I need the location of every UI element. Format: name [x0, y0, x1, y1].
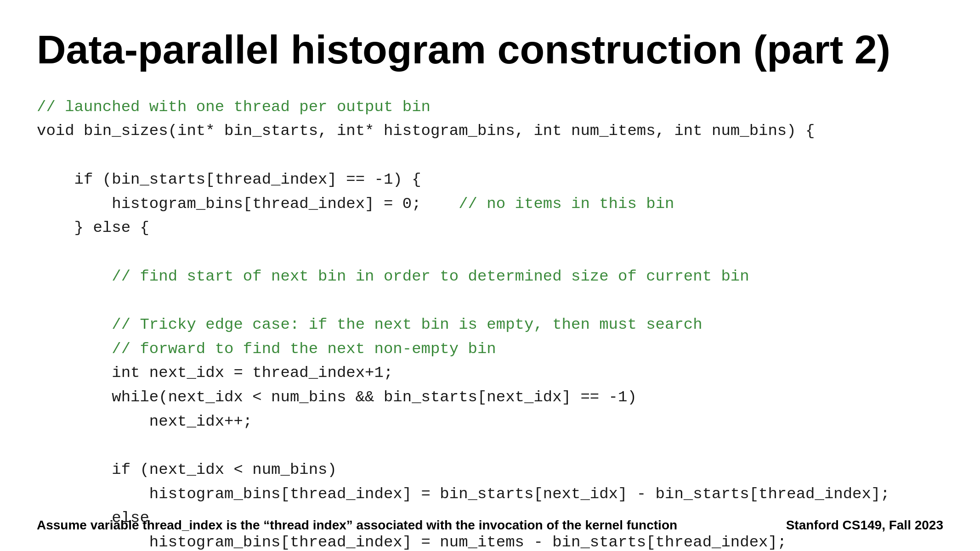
code-block: // launched with one thread per output b… — [37, 95, 943, 551]
code-comment-1: // launched with one thread per output b… — [37, 95, 943, 119]
code-line-10: next_idx++; — [37, 410, 943, 434]
code-line-11 — [37, 433, 943, 458]
code-line-7 — [37, 288, 943, 313]
code-line-9: while(next_idx < num_bins && bin_starts[… — [37, 385, 943, 410]
code-line-5: } else { — [37, 216, 943, 240]
code-line-2 — [37, 143, 943, 168]
code-line-4: histogram_bins[thread_index] = 0; // no … — [37, 192, 943, 216]
footer-note: Assume variable thread_index is the “thr… — [37, 518, 677, 533]
code-line-1: void bin_sizes(int* bin_starts, int* his… — [37, 119, 943, 143]
code-line-15: histogram_bins[thread_index] = num_items… — [37, 530, 943, 551]
code-line-3: if (bin_starts[thread_index] == -1) { — [37, 168, 943, 192]
slide-container: Data-parallel histogram construction (pa… — [0, 0, 980, 551]
code-line-6 — [37, 240, 943, 264]
code-line-8: int next_idx = thread_index+1; — [37, 361, 943, 385]
code-comment-3: // find start of next bin in order to de… — [37, 264, 943, 289]
code-comment-5: // forward to find the next non-empty bi… — [37, 337, 943, 361]
slide-title: Data-parallel histogram construction (pa… — [37, 28, 943, 72]
code-line-13: histogram_bins[thread_index] = bin_start… — [37, 482, 943, 506]
code-comment-inline: // no items in this bin — [459, 195, 674, 213]
code-line-12: if (next_idx < num_bins) — [37, 458, 943, 482]
footer-course: Stanford CS149, Fall 2023 — [786, 518, 943, 533]
code-comment-4: // Tricky edge case: if the next bin is … — [37, 313, 943, 337]
